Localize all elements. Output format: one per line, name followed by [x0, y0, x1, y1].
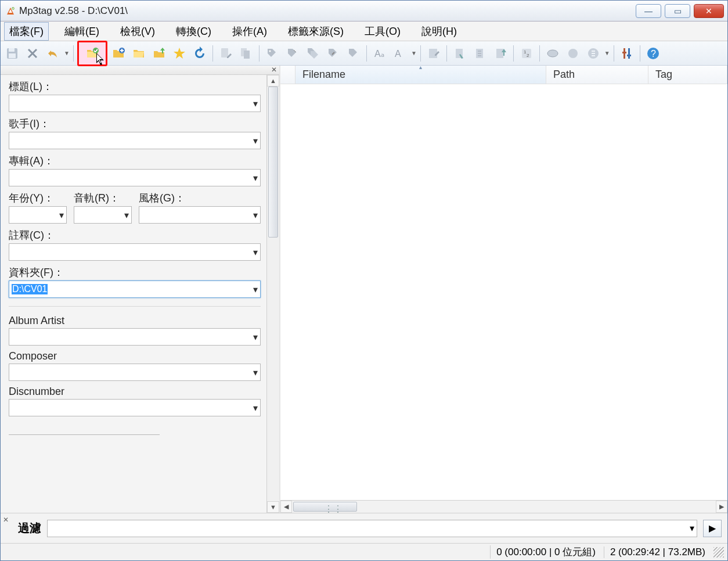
- case-conv-icon[interactable]: Aₐ: [370, 44, 389, 63]
- dropdown-icon[interactable]: ▾: [253, 402, 258, 413]
- favorite-icon[interactable]: [170, 44, 189, 63]
- save-icon[interactable]: [3, 44, 21, 63]
- filter-input[interactable]: ▾: [47, 520, 697, 537]
- web-source3-icon[interactable]: [584, 44, 603, 63]
- dropdown-icon[interactable]: ▾: [253, 367, 258, 378]
- svg-rect-24: [622, 52, 626, 53]
- tag-tag-icon[interactable]: [304, 44, 322, 63]
- menu-help[interactable]: 說明(H): [416, 22, 462, 41]
- dropdown-icon[interactable]: ▾: [253, 172, 258, 184]
- tag-op-icon[interactable]: [344, 44, 363, 63]
- svg-point-21: [568, 49, 578, 58]
- year-label: 年份(Y)：: [9, 191, 67, 205]
- main-area: ✕ 標題(L)： ▾ 歌手(I)： ▾ 專輯(A)： ▾ 年份(Y)：: [1, 66, 727, 513]
- artist-input[interactable]: ▾: [9, 132, 261, 149]
- filter-go-button[interactable]: ▶: [703, 520, 722, 537]
- filename-to-tag-icon[interactable]: [283, 44, 302, 63]
- undo-icon[interactable]: [44, 44, 62, 63]
- comment-input[interactable]: ▾: [9, 243, 261, 261]
- dropdown-icon[interactable]: ▾: [253, 98, 258, 109]
- menu-tools[interactable]: 工具(O): [359, 22, 406, 41]
- albumartist-input[interactable]: ▾: [9, 328, 261, 346]
- album-input[interactable]: ▾: [9, 169, 261, 186]
- folder-icon[interactable]: [129, 44, 148, 63]
- refresh-icon[interactable]: [190, 44, 209, 63]
- dropdown-icon[interactable]: ▾: [59, 210, 64, 221]
- folder-up-icon[interactable]: [150, 44, 168, 63]
- help-icon[interactable]: ?: [644, 44, 662, 63]
- add-folder-icon[interactable]: [109, 44, 128, 63]
- panel-scrollbar[interactable]: ▲ ▼: [266, 75, 279, 513]
- composer-input[interactable]: ▾: [9, 364, 261, 381]
- scroll-left-icon[interactable]: ◀: [280, 501, 292, 513]
- dropdown-icon[interactable]: ▾: [253, 284, 258, 295]
- resize-grip-icon[interactable]: [713, 547, 724, 558]
- composer-label: Composer: [9, 350, 261, 362]
- albumartist-label: Album Artist: [9, 315, 261, 327]
- scroll-thumb[interactable]: [268, 87, 278, 238]
- quick1-icon[interactable]: [451, 44, 469, 63]
- auto-number-icon[interactable]: 12: [517, 44, 536, 63]
- web-source1-icon[interactable]: [543, 44, 562, 63]
- web-source2-icon[interactable]: [564, 44, 582, 63]
- artist-label: 歌手(I)：: [9, 117, 261, 131]
- delete-icon[interactable]: [23, 44, 42, 63]
- menu-tagsource[interactable]: 標籤來源(S): [283, 22, 349, 41]
- quick2-icon[interactable]: [471, 44, 489, 63]
- tag-form: 標題(L)： ▾ 歌手(I)： ▾ 專輯(A)： ▾ 年份(Y)： ▾: [1, 75, 266, 513]
- file-list-body[interactable]: [280, 84, 727, 500]
- dropdown-icon[interactable]: ▾: [253, 332, 258, 343]
- close-button[interactable]: ✕: [694, 4, 724, 18]
- folder-value: D:\CV01: [12, 284, 48, 294]
- scroll-up-icon[interactable]: ▲: [267, 75, 279, 87]
- undo-dropdown-icon[interactable]: ▼: [64, 50, 70, 56]
- settings-icon[interactable]: [618, 44, 636, 63]
- edit-tag-icon[interactable]: [424, 44, 443, 63]
- web-dropdown-icon[interactable]: ▼: [604, 50, 610, 56]
- menu-edit[interactable]: 編輯(E): [59, 22, 104, 41]
- hscroll-thumb[interactable]: ⋮⋮: [293, 502, 357, 512]
- panel-close-icon[interactable]: ✕: [271, 66, 277, 74]
- column-headers: ▴ Filename Path Tag: [280, 66, 727, 84]
- col-gutter[interactable]: [280, 66, 295, 84]
- tag-swap-icon[interactable]: [324, 44, 343, 63]
- year-input[interactable]: ▾: [9, 206, 67, 224]
- quick3-icon[interactable]: [491, 44, 510, 63]
- file-rename-icon[interactable]: [217, 44, 235, 63]
- col-path[interactable]: Path: [546, 66, 648, 84]
- filter-label: 過濾: [18, 520, 41, 536]
- maximize-button[interactable]: ▭: [665, 4, 690, 18]
- discnumber-input[interactable]: ▾: [9, 399, 261, 416]
- case-conv2-icon[interactable]: A: [391, 44, 409, 63]
- dropdown-icon[interactable]: ▾: [124, 210, 129, 221]
- title-input[interactable]: ▾: [9, 95, 261, 112]
- menu-view[interactable]: 檢視(V): [115, 22, 160, 41]
- file-copy-icon[interactable]: [237, 44, 255, 63]
- discnumber-label: Discnumber: [9, 386, 261, 398]
- dropdown-icon[interactable]: ▾: [253, 210, 258, 221]
- open-folder-icon[interactable]: [77, 41, 107, 66]
- menu-file[interactable]: 檔案(F): [4, 22, 49, 41]
- case-dropdown-icon[interactable]: ▼: [411, 50, 417, 56]
- dropdown-icon[interactable]: ▾: [253, 135, 258, 146]
- comment-label: 註釋(C)：: [9, 228, 261, 242]
- dropdown-icon[interactable]: ▾: [253, 247, 258, 258]
- genre-input[interactable]: ▾: [139, 206, 261, 224]
- folder-input[interactable]: D:\CV01 ▾: [9, 280, 261, 298]
- scroll-down-icon[interactable]: ▼: [267, 501, 279, 513]
- hscrollbar[interactable]: ◀ ⋮⋮ ▶: [280, 500, 727, 513]
- col-filename[interactable]: ▴ Filename: [295, 66, 546, 84]
- scroll-right-icon[interactable]: ▶: [716, 501, 727, 513]
- window-controls: — ▭ ✕: [636, 4, 724, 18]
- dropdown-icon[interactable]: ▾: [690, 523, 694, 534]
- svg-rect-12: [429, 49, 437, 58]
- album-label: 專輯(A)：: [9, 154, 261, 168]
- sort-indicator-icon: ▴: [419, 64, 422, 70]
- tag-to-filename-icon[interactable]: [263, 44, 282, 63]
- minimize-button[interactable]: —: [636, 4, 661, 18]
- filter-close-icon[interactable]: ✕: [3, 516, 12, 524]
- track-input[interactable]: ▾: [74, 206, 132, 224]
- col-tag[interactable]: Tag: [648, 66, 727, 84]
- menu-action[interactable]: 操作(A): [227, 22, 272, 41]
- menu-convert[interactable]: 轉換(C): [171, 22, 217, 41]
